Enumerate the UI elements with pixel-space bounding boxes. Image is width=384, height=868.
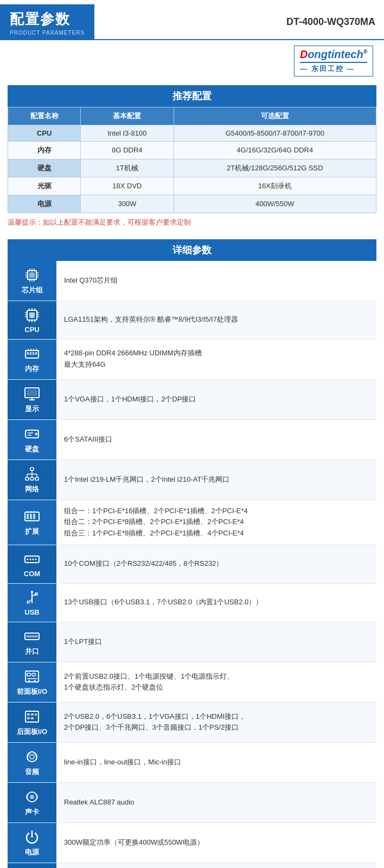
parallel-icon — [23, 628, 41, 645]
detail-table-row: 芯片组 Intel Q370芯片组 — [8, 261, 376, 301]
rec-table-row: 电源 300W 400W/550W — [8, 195, 376, 213]
svg-rect-15 — [29, 312, 35, 318]
detail-content-cell: line-in接口，line-out接口，Mic-in接口 — [56, 742, 376, 782]
detail-icon-inner: 前面板I/O — [10, 668, 54, 697]
detail-table-row: COM 10个COM接口（2个RS232/422/485，8个RS232） — [8, 545, 376, 583]
cpu-icon — [23, 307, 41, 324]
memory-icon — [23, 345, 41, 362]
svg-rect-87 — [27, 713, 30, 716]
svg-rect-55 — [27, 514, 29, 519]
detail-icon-cell: 内存 — [8, 339, 56, 379]
detail-content-cell: 1个Intel i219-LM千兆网口，2个Intel i210-AT千兆网口 — [56, 459, 376, 500]
svg-point-85 — [34, 680, 36, 681]
detail-icon-cell: 音频 — [8, 742, 56, 782]
rec-optional: 16X刻录机 — [174, 177, 376, 195]
detail-content-cell: 1个VGA接口，1个HDMI接口，2个DP接口 — [56, 379, 376, 419]
expand-icon — [23, 508, 41, 525]
detail-icon-label: 声卡 — [25, 807, 39, 817]
rec-optional: 4G/16G/32G/64G DDR4 — [174, 141, 376, 159]
detail-content-cell: 2个USB2.0，6个USB3.1，1个VGA接口，1个HDMI接口，2个DP接… — [56, 702, 376, 742]
rec-basic: Intel I3-8100 — [81, 125, 174, 141]
detail-icon-inner: 音频 — [10, 748, 54, 777]
header-title-zh: 配置参数 — [10, 10, 85, 29]
detail-table-row: 声卡 Realtek ALC887 audio — [8, 782, 376, 822]
rec-basic: 300W — [81, 195, 174, 213]
detail-icon-inner: 声卡 — [10, 788, 54, 817]
logo-area: Dongtintech® — 东田工控 — — [0, 40, 384, 80]
detail-table-row: 扩展 组合一：1个PCI-E*16插槽、2个PCI-E*1插槽、2个PCI-E*… — [8, 500, 376, 545]
detail-table-row: USB 13个USB接口（6个USB3.1，7个USB2.0（内置1个USB2.… — [8, 583, 376, 622]
detail-content-cell: 4*288-pin DDR4 2666MHz UDIMM内存插槽最大支持64G — [56, 339, 376, 379]
detail-icon-label: 芯片组 — [22, 285, 43, 295]
rec-table-row: 光驱 18X DVD 16X刻录机 — [8, 177, 376, 195]
detail-content-cell: 2个前置USB2.0接口、1个电源按键、1个电源指示灯、1个硬盘状态指示灯、2个… — [56, 662, 376, 702]
recommend-section-header: 推荐配置 — [8, 85, 376, 107]
svg-rect-81 — [27, 673, 30, 676]
svg-rect-86 — [25, 711, 39, 722]
svg-rect-45 — [30, 468, 34, 470]
detail-content-cell: 6个SATAIII接口 — [56, 419, 376, 459]
rec-optional: G5400/I5-8500/I7-8700/I7-9700 — [174, 125, 376, 141]
detail-icon-inner: CPU — [10, 307, 54, 334]
detail-icon-label: 音频 — [25, 767, 39, 777]
rec-name: 光驱 — [8, 177, 81, 195]
header-model: DT-4000-WQ370MA — [94, 4, 384, 39]
header-title-en: PRODUCT PARAMETERS — [10, 30, 85, 36]
detail-icon-cell: 声卡 — [8, 782, 56, 822]
detail-icon-inner: 芯片组 — [10, 266, 54, 295]
detail-content-cell: 300W额定功率（可更换400W或550W电源） — [56, 822, 376, 863]
svg-point-42 — [35, 432, 38, 435]
rec-optional: 2T机械/128G/256G/512G SSD — [174, 159, 376, 177]
detail-icon-cell: 芯片组 — [8, 261, 56, 301]
rec-name: 电源 — [8, 195, 81, 213]
detail-icon-label: 网络 — [25, 484, 39, 494]
svg-rect-56 — [30, 514, 32, 519]
svg-rect-46 — [25, 477, 29, 480]
rec-col1: 配置名称 — [8, 107, 81, 125]
detail-icon-inner: 显示 — [10, 385, 54, 414]
detail-icon-cell: 后面板I/O — [8, 702, 56, 742]
detail-icon-label: USB — [24, 608, 39, 616]
svg-point-65 — [35, 558, 37, 560]
detail-content-cell: Intel Q370芯片组 — [56, 261, 376, 301]
display-icon — [23, 385, 41, 403]
detail-content-cell: Realtek ALC887 audio — [56, 782, 376, 822]
detail-content-cell: 组合一：1个PCI-E*16插槽、2个PCI-E*1插槽、2个PCI-E*4组合… — [56, 500, 376, 545]
svg-point-93 — [30, 755, 34, 759]
svg-rect-88 — [31, 713, 34, 716]
svg-rect-82 — [32, 673, 35, 676]
logo-box: Dongtintech® — 东田工控 — — [294, 46, 373, 76]
audio-icon — [23, 748, 41, 765]
rec-col3: 可选配置 — [174, 107, 376, 125]
detail-icon-inner: 后面板I/O — [10, 708, 54, 737]
detail-icon-inner: 硬盘 — [10, 425, 54, 454]
logo-sub: — 东田工控 — — [300, 64, 355, 74]
detail-icon-label: 内存 — [25, 364, 39, 374]
detail-icon-cell: USB — [8, 583, 56, 622]
detail-table: 芯片组 Intel Q370芯片组 CPU LGA1151架构，支持英特尔® 酷… — [8, 261, 376, 869]
detail-content-cell: 10个COM接口（2个RS232/422/485，8个RS232） — [56, 545, 376, 583]
detail-icon-label: 显示 — [25, 404, 39, 414]
detail-table-row: 显示 1个VGA接口，1个HDMI接口，2个DP接口 — [8, 379, 376, 419]
chipset-icon — [23, 266, 41, 284]
detail-table-row: 电源 300W额定功率（可更换400W或550W电源） — [8, 822, 376, 863]
detail-table-row: 网络 1个Intel i219-LM千兆网口，2个Intel i210-AT千兆… — [8, 459, 376, 500]
detail-icon-inner: USB — [10, 589, 54, 616]
com-icon — [23, 551, 41, 568]
svg-rect-29 — [27, 352, 29, 355]
rec-name: 硬盘 — [8, 159, 81, 177]
rec-basic: 18X DVD — [81, 177, 174, 195]
detail-icon-cell: 网络 — [8, 459, 56, 500]
detail-icon-inner: COM — [10, 551, 54, 578]
detail-table-row: 后面板I/O 2个USB2.0，6个USB3.1，1个VGA接口，1个HDMI接… — [8, 702, 376, 742]
soundcard-icon — [23, 788, 41, 806]
svg-rect-80 — [25, 671, 39, 682]
svg-point-62 — [27, 558, 29, 560]
detail-table-row: 内存 4*288-pin DDR4 2666MHz UDIMM内存插槽最大支持6… — [8, 339, 376, 379]
svg-rect-1 — [29, 272, 35, 278]
detail-icon-label: 硬盘 — [25, 444, 39, 454]
detail-icon-label: 前面板I/O — [17, 687, 47, 697]
detail-icon-cell: 并口 — [8, 622, 56, 662]
svg-rect-90 — [27, 717, 30, 719]
detail-icon-cell: 显示 — [8, 379, 56, 419]
